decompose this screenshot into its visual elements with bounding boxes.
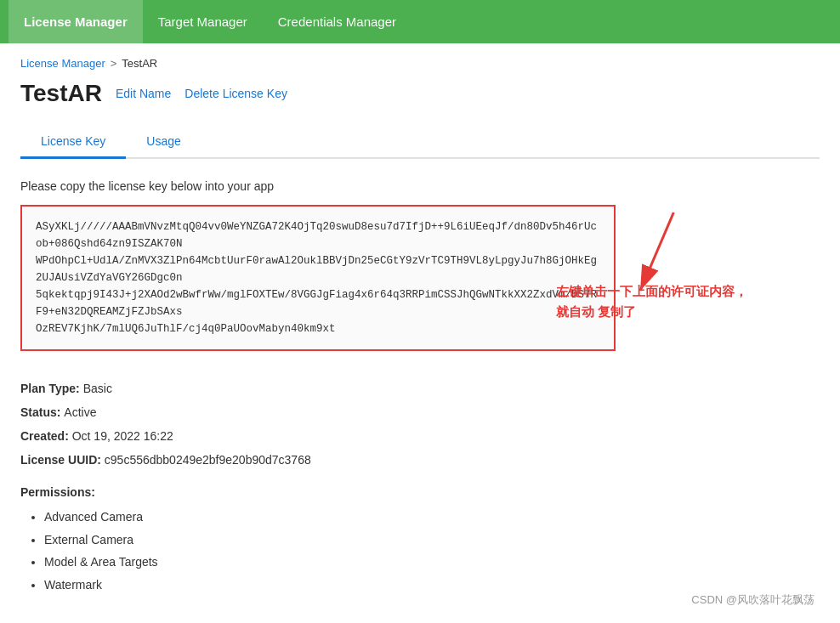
created-row: Created: Oct 19, 2022 16:22 (20, 424, 820, 448)
copy-instruction-text: Please copy the license key below into y… (20, 179, 820, 193)
tab-license-key[interactable]: License Key (20, 126, 126, 159)
main-content: Please copy the license key below into y… (0, 159, 840, 616)
svg-line-1 (615, 212, 699, 291)
permissions-title: Permissions: (20, 485, 820, 499)
license-key-box[interactable]: ASyXKLj/////AAABmVNvzMtqQ04vv0WeYNZGA72K… (20, 205, 616, 351)
breadcrumb-separator: > (111, 57, 117, 70)
breadcrumb: License Manager > TestAR (0, 43, 840, 76)
edit-name-button[interactable]: Edit Name (116, 87, 171, 100)
nav-license-manager[interactable]: License Manager (9, 0, 143, 43)
tabs-container: License Key Usage (20, 126, 820, 159)
permission-item: External Camera (44, 529, 820, 552)
tab-usage[interactable]: Usage (126, 126, 201, 159)
permission-item: Model & Area Targets (44, 551, 820, 574)
permission-item: Advanced Camera (44, 506, 820, 529)
page-header: TestAR Edit Name Delete License Key (0, 76, 840, 117)
top-navigation: License Manager Target Manager Credentia… (0, 0, 840, 43)
status-row: Status: Active (20, 400, 820, 424)
page-title: TestAR (20, 80, 102, 107)
status-value: Active (64, 405, 96, 419)
created-label: Created: (20, 429, 72, 443)
plan-type-row: Plan Type: Basic (20, 377, 820, 400)
plan-type-value: Basic (83, 382, 112, 395)
status-label: Status: (20, 405, 64, 419)
breadcrumb-current: TestAR (122, 57, 157, 70)
created-value: Oct 19, 2022 16:22 (72, 429, 173, 443)
uuid-value: c95c556dbb0249e2bf9e20b90d7c3768 (105, 453, 311, 467)
delete-license-key-button[interactable]: Delete License Key (184, 87, 287, 100)
uuid-row: License UUID: c95c556dbb0249e2bf9e20b90d… (20, 448, 820, 472)
permissions-section: Permissions: Advanced Camera External Ca… (20, 485, 820, 596)
uuid-label: License UUID: (20, 453, 105, 467)
breadcrumb-parent-link[interactable]: License Manager (20, 57, 105, 70)
watermark: CSDN @风吹落叶花飘荡 (691, 592, 814, 608)
plan-type-label: Plan Type: (20, 382, 83, 395)
info-section: Plan Type: Basic Status: Active Created:… (20, 377, 820, 472)
nav-credentials-manager[interactable]: Credentials Manager (263, 0, 411, 43)
nav-target-manager[interactable]: Target Manager (143, 0, 263, 43)
permissions-list: Advanced Camera External Camera Model & … (20, 506, 820, 596)
